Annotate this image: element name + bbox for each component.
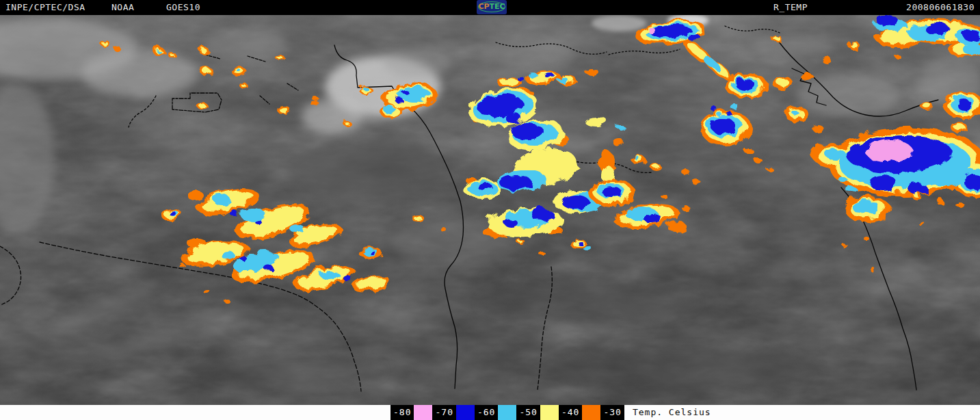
- legend-swatch-cyan: [498, 405, 516, 420]
- cptec-logo: CPTEC: [477, 0, 507, 14]
- legend-label--40: -40: [559, 405, 582, 420]
- temperature-legend: -80-70-60-50-40-30Temp. Celsius: [390, 405, 711, 420]
- legend-swatch-blue: [456, 405, 475, 420]
- product-label: R_TEMP: [773, 2, 808, 12]
- operator-label: NOAA: [111, 2, 134, 12]
- legend-unit-label: Temp. Celsius: [633, 405, 711, 420]
- legend-label--80: -80: [390, 405, 414, 420]
- legend-swatch-yellow: [540, 405, 559, 420]
- legend-swatch-pink: [414, 405, 432, 420]
- legend-label--60: -60: [475, 405, 498, 420]
- legend-bar: -80-70-60-50-40-30Temp. Celsius: [0, 405, 980, 420]
- satellite-viewer: INPE/CPTEC/DSA NOAA GOES10 CPTEC R_TEMP …: [0, 0, 980, 420]
- cptec-logo-tec: TEC: [490, 2, 505, 11]
- header-bar: INPE/CPTEC/DSA NOAA GOES10 CPTEC R_TEMP …: [0, 0, 980, 15]
- legend-label--70: -70: [432, 405, 455, 420]
- legend-label--50: -50: [516, 405, 540, 420]
- agency-label: INPE/CPTEC/DSA: [5, 2, 85, 12]
- satellite-image-canvas: [0, 15, 980, 405]
- satellite-label: GOES10: [166, 2, 200, 12]
- legend-swatch-orange: [582, 405, 600, 420]
- cptec-logo-cp: CP: [478, 2, 489, 11]
- satellite-image: [0, 15, 980, 405]
- legend-label--30: -30: [600, 405, 624, 420]
- cptec-logo-text: CPTEC: [477, 2, 507, 12]
- timestamp-label: 200806061830: [906, 2, 975, 12]
